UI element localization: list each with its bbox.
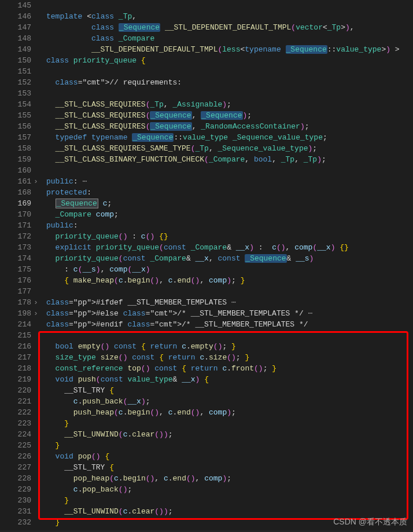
- code-line[interactable]: __STL_TRY {: [46, 385, 413, 396]
- fold-chevron-icon[interactable]: ›: [32, 176, 39, 187]
- code-line[interactable]: __STL_UNWIND(c.clear());: [46, 506, 413, 517]
- code-line[interactable]: priority_queue() : c() {}: [46, 231, 413, 242]
- code-line[interactable]: void push(const value_type& __x) {: [46, 374, 413, 385]
- code-line[interactable]: __STL_CLASS_REQUIRES(_Tp, _Assignable);: [46, 99, 413, 110]
- code-line[interactable]: class _Sequence __STL_DEPENDENT_DEFAULT_…: [46, 22, 413, 33]
- fold-chevron-icon[interactable]: ›: [32, 308, 39, 319]
- code-line[interactable]: pop_heap(c.begin(), c.end(), comp);: [46, 473, 413, 484]
- code-line[interactable]: template <class _Tp,: [46, 11, 413, 22]
- code-line[interactable]: __STL_TRY {: [46, 462, 413, 473]
- code-line[interactable]: [46, 66, 413, 77]
- code-line[interactable]: size_type size() const { return c.size()…: [46, 352, 413, 363]
- code-line[interactable]: public: ⋯: [46, 176, 413, 187]
- code-line[interactable]: c.pop_back();: [46, 484, 413, 495]
- code-line[interactable]: c.push_back(__x);: [46, 396, 413, 407]
- code-line[interactable]: _Sequence c;: [46, 198, 413, 209]
- code-line[interactable]: { make_heap(c.begin(), c.end(), comp); }: [46, 275, 413, 286]
- code-line[interactable]: [46, 330, 413, 341]
- code-line[interactable]: class="pp">#ifdef __STL_MEMBER_TEMPLATES…: [46, 297, 413, 308]
- code-line[interactable]: void pop() {: [46, 451, 413, 462]
- code-line[interactable]: class _Compare: [46, 33, 413, 44]
- code-line[interactable]: }: [46, 440, 413, 451]
- code-line[interactable]: protected:: [46, 187, 413, 198]
- fold-chevron-icon[interactable]: ›: [32, 297, 39, 308]
- code-line[interactable]: [46, 165, 413, 176]
- code-line[interactable]: : c(__s), comp(__x): [46, 264, 413, 275]
- code-line[interactable]: [46, 286, 413, 297]
- code-line[interactable]: push_heap(c.begin(), c.end(), comp);: [46, 407, 413, 418]
- code-line[interactable]: }: [46, 495, 413, 506]
- watermark-text: CSDN @看不透本质: [333, 516, 407, 527]
- code-line[interactable]: class="cmt">// requirements:: [46, 77, 413, 88]
- code-line[interactable]: class="pp">#else class="cmt">/* __STL_ME…: [46, 308, 413, 319]
- code-line[interactable]: }: [46, 418, 413, 429]
- code-line[interactable]: explicit priority_queue(const _Compare& …: [46, 242, 413, 253]
- line-number-gutter: 1451461471481491501511521531541551561571…: [0, 0, 36, 528]
- code-content[interactable]: template <class _Tp, class _Sequence __S…: [36, 0, 413, 528]
- code-line[interactable]: const_reference top() const { return c.f…: [46, 363, 413, 374]
- code-line[interactable]: typedef typename _Sequence::value_type _…: [46, 132, 413, 143]
- code-line[interactable]: bool empty() const { return c.empty(); }: [46, 341, 413, 352]
- code-line[interactable]: class="pp">#endif class="cmt">/* __STL_M…: [46, 319, 413, 330]
- code-line[interactable]: __STL_CLASS_REQUIRES(_Sequence, _Sequenc…: [46, 110, 413, 121]
- code-line[interactable]: __STL_UNWIND(c.clear());: [46, 429, 413, 440]
- code-line[interactable]: [46, 0, 413, 11]
- code-line[interactable]: class priority_queue {: [46, 55, 413, 66]
- code-line[interactable]: __STL_CLASS_REQUIRES_SAME_TYPE(_Tp, _Seq…: [46, 143, 413, 154]
- code-line[interactable]: __STL_CLASS_BINARY_FUNCTION_CHECK(_Compa…: [46, 154, 413, 165]
- code-line[interactable]: [46, 88, 413, 99]
- code-editor[interactable]: 1451461471481491501511521531541551561571…: [0, 0, 413, 528]
- code-line[interactable]: priority_queue(const _Compare& __x, cons…: [46, 253, 413, 264]
- code-line[interactable]: public:: [46, 220, 413, 231]
- code-line[interactable]: __STL_DEPENDENT_DEFAULT_TMPL(less<typena…: [46, 44, 413, 55]
- code-line[interactable]: __STL_CLASS_REQUIRES(_Sequence, _RandomA…: [46, 121, 413, 132]
- code-line[interactable]: _Compare comp;: [46, 209, 413, 220]
